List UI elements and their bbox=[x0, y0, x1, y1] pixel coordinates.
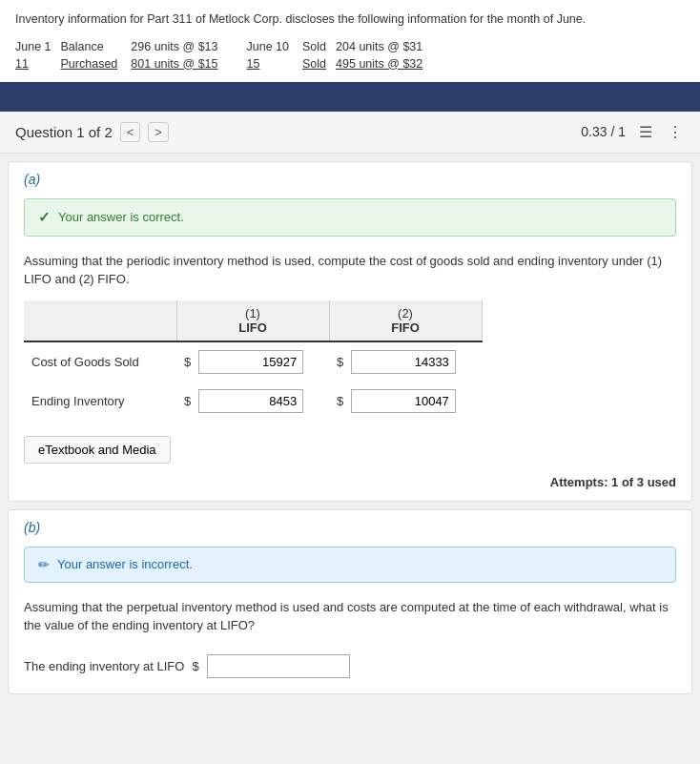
dollar-sign-b: $ bbox=[192, 659, 198, 673]
ending-fifo-input[interactable] bbox=[351, 389, 456, 413]
inventory-data-table: June 1 Balance 296 units @ $13 June 10 S… bbox=[15, 38, 685, 82]
ending-inventory-row: Ending Inventory $ $ bbox=[24, 382, 482, 421]
type-1: Balance bbox=[61, 38, 132, 55]
ending-lifo-answer-input[interactable] bbox=[207, 654, 350, 678]
section-a-question-text: Assuming that the periodic inventory met… bbox=[9, 244, 691, 300]
list-icon-button[interactable]: ☰ bbox=[637, 121, 654, 143]
score-display: 0.33 / 1 bbox=[581, 124, 626, 139]
cogs-fifo-cell: $ bbox=[329, 341, 482, 382]
next-question-button[interactable]: > bbox=[148, 122, 169, 142]
attempts-display: Attempts: 1 of 3 used bbox=[9, 471, 691, 501]
fifo-col-header: (2) FIFO bbox=[329, 300, 482, 341]
detail-1b: 204 units @ $31 bbox=[336, 38, 422, 55]
cogs-row: Cost of Goods Sold $ $ bbox=[24, 341, 482, 382]
pencil-icon: ✏ bbox=[38, 557, 50, 572]
incorrect-text: Your answer is incorrect. bbox=[57, 557, 193, 571]
table-spacer-header bbox=[24, 300, 176, 341]
cogs-lifo-cell: $ bbox=[176, 342, 329, 382]
more-options-button[interactable]: ⋮ bbox=[666, 121, 685, 143]
incorrect-answer-banner: ✏ Your answer is incorrect. bbox=[24, 547, 676, 583]
section-a-label: (a) bbox=[9, 162, 691, 191]
ending-lifo-cell: $ bbox=[176, 382, 329, 421]
section-b-label: (b) bbox=[9, 510, 691, 539]
section-b-question-text: Assuming that the perpetual inventory me… bbox=[9, 590, 691, 647]
lifo-col-header: (1) LIFO bbox=[176, 300, 329, 341]
lifo-fifo-table: (1) LIFO (2) FIFO Cost of Goods Sold $ $ bbox=[24, 300, 483, 421]
type-2: Purchased bbox=[61, 55, 132, 72]
detail-1: 296 units @ $13 bbox=[131, 38, 246, 55]
cogs-lifo-input[interactable] bbox=[198, 350, 303, 374]
correct-answer-banner: ✓ Your answer is correct. bbox=[24, 198, 676, 237]
ending-lifo-input[interactable] bbox=[198, 389, 303, 413]
section-a-container: (a) ✓ Your answer is correct. Assuming t… bbox=[8, 161, 692, 502]
inventory-description: Inventory information for Part 311 of Me… bbox=[15, 11, 685, 29]
dark-bar bbox=[0, 85, 700, 112]
type-1b: Sold bbox=[302, 38, 336, 55]
ending-lifo-label: The ending inventory at LIFO bbox=[24, 659, 184, 673]
ending-inventory-lifo-row: The ending inventory at LIFO $ bbox=[9, 647, 691, 693]
cogs-label: Cost of Goods Sold bbox=[24, 341, 176, 382]
correct-text: Your answer is correct. bbox=[58, 210, 184, 224]
date-2b: 15 bbox=[247, 55, 302, 72]
score-area: 0.33 / 1 ☰ ⋮ bbox=[581, 121, 685, 143]
date-2: 11 bbox=[15, 55, 61, 72]
cogs-fifo-input[interactable] bbox=[351, 350, 456, 374]
date-1b: June 10 bbox=[247, 38, 302, 55]
top-banner: Inventory information for Part 311 of Me… bbox=[0, 0, 700, 85]
etextbook-button[interactable]: eTextbook and Media bbox=[24, 436, 171, 464]
prev-question-button[interactable]: < bbox=[120, 122, 141, 142]
checkmark-icon: ✓ bbox=[38, 209, 51, 226]
date-1: June 1 bbox=[15, 38, 61, 55]
inventory-row-2: 11 Purchased 801 units @ $15 15 Sold 495… bbox=[15, 55, 422, 72]
inventory-row-1: June 1 Balance 296 units @ $13 June 10 S… bbox=[15, 38, 422, 55]
question-header: Question 1 of 2 < > 0.33 / 1 ☰ ⋮ bbox=[0, 112, 700, 154]
question-label: Question 1 of 2 bbox=[15, 124, 113, 140]
type-2b: Sold bbox=[302, 55, 336, 72]
ending-inventory-label: Ending Inventory bbox=[24, 382, 176, 421]
detail-2b: 495 units @ $32 bbox=[336, 55, 422, 72]
detail-2: 801 units @ $15 bbox=[131, 55, 246, 72]
ending-fifo-cell: $ bbox=[329, 382, 482, 421]
section-b-container: (b) ✏ Your answer is incorrect. Assuming… bbox=[8, 509, 692, 694]
